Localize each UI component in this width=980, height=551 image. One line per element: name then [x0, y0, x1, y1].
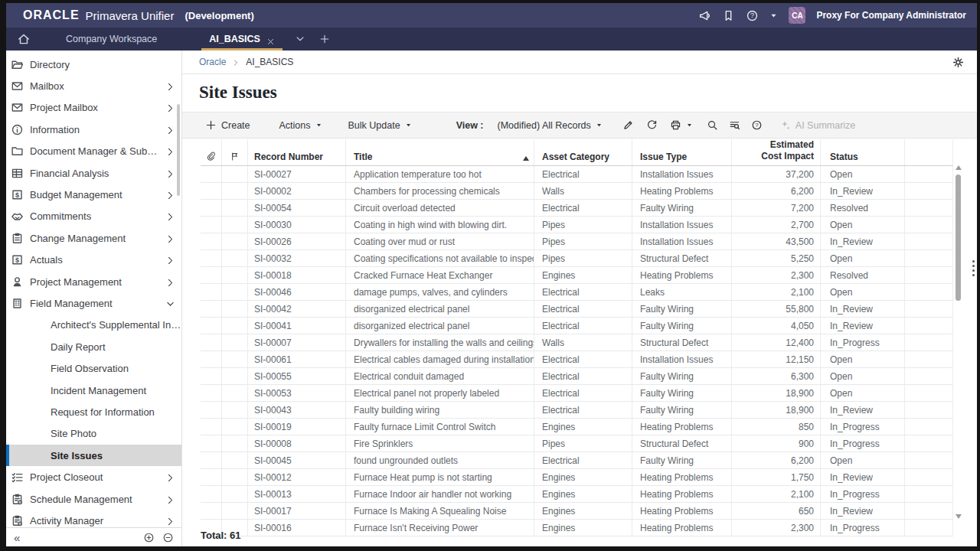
toolbar-help-icon[interactable]: ?: [751, 119, 763, 131]
column-header-issue-type[interactable]: Issue Type: [632, 139, 732, 165]
scroll-down-icon[interactable]: [956, 514, 962, 519]
table-row[interactable]: SI-00026Coating over mud or rustPipesIns…: [201, 233, 953, 250]
zoom-out-icon[interactable]: [162, 532, 174, 543]
sidebar-item-site-issues[interactable]: Site Issues: [6, 445, 181, 466]
scroll-up-icon[interactable]: [956, 165, 962, 170]
table-row[interactable]: SI-00045found ungrounded outletsElectric…: [201, 452, 953, 469]
actions-button[interactable]: Actions: [279, 120, 322, 131]
view-selector[interactable]: (Modified) All Records: [498, 120, 603, 131]
sidebar-item-field-management[interactable]: Field Management: [6, 292, 181, 314]
sidebar-item-financial-analysis[interactable]: Financial Analysis: [6, 162, 181, 184]
column-header-title[interactable]: Title: [346, 139, 534, 165]
sidebar-item-information[interactable]: Information: [6, 119, 181, 140]
table-row[interactable]: SI-00016Furnace Isn't Receiving PowerEng…: [201, 520, 953, 536]
bulk-update-button[interactable]: Bulk Update: [348, 120, 412, 131]
tab-list-chevron-icon[interactable]: [295, 34, 305, 44]
create-button[interactable]: Create: [205, 119, 250, 131]
ai-summarize-button[interactable]: AI Summarize: [779, 119, 856, 131]
refresh-icon[interactable]: [646, 119, 658, 131]
table-row[interactable]: SI-00043Faulty building wiringElectrical…: [201, 402, 953, 419]
table-row[interactable]: SI-00012Furnace Heat pump is not startin…: [201, 469, 953, 486]
table-row[interactable]: SI-00018Cracked Furnace Heat ExchangerEn…: [201, 267, 953, 284]
title-cell: Furnace Indoor air handler not working: [346, 486, 534, 502]
help-caret-icon[interactable]: [769, 11, 778, 20]
sidebar-item-project-mailbox[interactable]: Project Mailbox: [6, 97, 181, 119]
title-cell: Electrical panel not properly labeled: [346, 385, 534, 401]
find-in-list-icon[interactable]: [729, 119, 740, 131]
asset-category-cell: Electrical: [534, 301, 632, 317]
status-cell: In_Progress: [821, 435, 905, 452]
breadcrumb-oracle-link[interactable]: Oracle: [199, 57, 226, 67]
sidebar-item-budget-management[interactable]: $Budget Management: [6, 184, 181, 205]
sidebar-item-document-manager-submittals[interactable]: Document Manager & Submittals: [6, 141, 181, 162]
tab-ai-basics[interactable]: AI_BASICS: [201, 28, 283, 51]
table-row[interactable]: SI-00055Electrical conduit damagedElectr…: [201, 368, 953, 385]
sidebar-item-field-observation[interactable]: Field Observation: [6, 357, 181, 379]
sidebar-item-activity-manager[interactable]: Activity Manager: [6, 510, 181, 528]
table-row[interactable]: SI-00046damage pumps, valves, and cylind…: [201, 284, 953, 301]
help-icon[interactable]: ?: [746, 9, 759, 22]
status-cell: Open: [821, 166, 905, 182]
sidebar-item-change-management[interactable]: Change Management: [6, 227, 181, 249]
sidebar-item-architect-s-supplemental-instruc[interactable]: Architect's Supplemental Instruc...: [6, 315, 181, 336]
clipboard-gear-icon: [11, 493, 24, 506]
column-header-asset-category[interactable]: Asset Category: [534, 139, 632, 165]
zoom-in-icon[interactable]: [143, 532, 155, 543]
column-header-record-number[interactable]: Record Number: [248, 139, 346, 165]
table-row[interactable]: SI-00002Chambers for processing chemical…: [201, 183, 953, 200]
table-row[interactable]: SI-00061Electrical cables damaged during…: [201, 351, 953, 368]
caret-down-icon: [686, 122, 693, 129]
panel-grip-handle[interactable]: [972, 260, 975, 276]
scrollbar-thumb[interactable]: [956, 174, 961, 301]
attachment-column-header[interactable]: [201, 139, 222, 165]
table-row[interactable]: SI-00054Circuit overload detectedElectri…: [201, 200, 953, 217]
table-scrollbar[interactable]: [955, 165, 962, 519]
sidebar-item-site-photo[interactable]: Site Photo: [6, 423, 181, 445]
cost-impact-cell: 12,400: [732, 334, 821, 350]
table-row[interactable]: SI-00041disorganized electrical panelEle…: [201, 318, 953, 334]
issue-type-cell: Structural Defect: [632, 250, 732, 266]
gear-icon[interactable]: [952, 56, 965, 69]
sidebar-item-commitments[interactable]: Commitments: [6, 206, 181, 227]
sidebar-item-daily-report[interactable]: Daily Report: [6, 336, 181, 357]
sidebar-scrollbar[interactable]: [177, 104, 180, 196]
sort-ascending-icon: [523, 156, 529, 161]
print-button[interactable]: [670, 119, 693, 131]
svg-text:$: $: [15, 256, 19, 264]
column-header-estimated-cost-impact[interactable]: Estimated Cost Impact: [732, 139, 821, 165]
sidebar-item-project-closeout[interactable]: Project Closeout: [6, 466, 181, 487]
sidebar-item-request-for-information[interactable]: Request for Information: [6, 401, 181, 422]
sidebar-item-schedule-management[interactable]: Schedule Management: [6, 488, 181, 510]
column-header-status[interactable]: Status: [821, 139, 905, 165]
sidebar-item-project-management[interactable]: Project Management: [6, 271, 181, 292]
table-row[interactable]: SI-00042disorganized electrical panelEle…: [201, 301, 953, 318]
edit-icon[interactable]: [622, 119, 634, 131]
table-row[interactable]: SI-00013Furnace Indoor air handler not w…: [201, 486, 953, 503]
user-avatar[interactable]: CA: [789, 7, 805, 24]
asset-category-cell: Electrical: [534, 200, 632, 216]
record-number-cell: SI-00026: [248, 233, 346, 249]
bookmark-icon[interactable]: [722, 9, 735, 22]
sidebar-item-mailbox[interactable]: Mailbox: [6, 75, 181, 96]
announcements-icon[interactable]: [698, 9, 711, 22]
table-row[interactable]: SI-00007Drywallers for installing the wa…: [201, 334, 953, 351]
table-row[interactable]: SI-00030Coating in high wind with blowin…: [201, 217, 953, 233]
search-icon[interactable]: [707, 119, 718, 131]
flag-column-header[interactable]: [222, 139, 248, 165]
table-row[interactable]: SI-00017Furnace Is Making A Squealing No…: [201, 503, 953, 520]
collapse-sidebar-icon[interactable]: «: [14, 531, 20, 544]
table-row[interactable]: SI-00032Coating specifications not avail…: [201, 250, 953, 267]
sidebar-item-incident-management[interactable]: Incident Management: [6, 380, 181, 401]
sidebar-item-actuals[interactable]: $Actuals: [6, 249, 181, 271]
table-row[interactable]: SI-00027Application temperature too hotE…: [201, 166, 953, 183]
add-tab-icon[interactable]: [319, 34, 330, 44]
envelope-icon: [11, 101, 24, 114]
table-row[interactable]: SI-00019Faulty furnace Limit Control Swi…: [201, 419, 953, 435]
tab-close-icon[interactable]: [266, 35, 275, 44]
table-row[interactable]: SI-00053Electrical panel not properly la…: [201, 385, 953, 402]
home-icon[interactable]: [17, 32, 31, 46]
tab-company-workspace[interactable]: Company Workspace: [66, 34, 157, 44]
table-row[interactable]: SI-00008Fire SprinklersPipesStructural D…: [201, 435, 953, 452]
flag-icon: [230, 152, 240, 161]
sidebar-item-directory[interactable]: Directory: [6, 54, 181, 75]
